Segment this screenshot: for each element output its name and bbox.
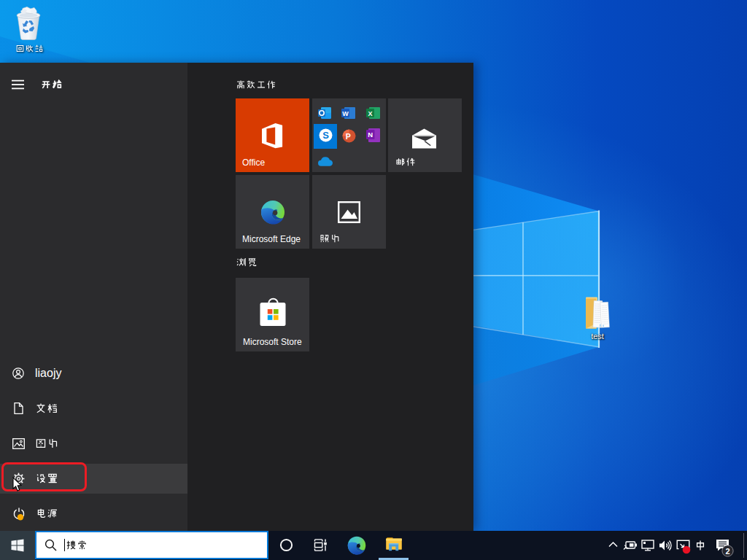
svg-text:P: P: [345, 132, 350, 141]
svg-text:2: 2: [725, 547, 729, 556]
svg-text:X: X: [368, 110, 372, 117]
svg-text:N: N: [368, 131, 373, 139]
svg-text:S: S: [322, 130, 329, 141]
svg-text:W: W: [342, 110, 349, 117]
